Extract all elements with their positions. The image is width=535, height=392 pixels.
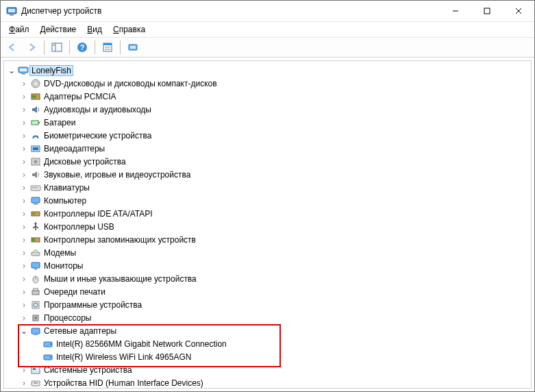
tree-category[interactable]: Адаптеры PCMCIA bbox=[4, 90, 531, 103]
expand-toggle[interactable] bbox=[19, 300, 29, 310]
tree-category[interactable]: Мыши и иные указывающие устройства bbox=[4, 272, 531, 285]
tree-item-label[interactable]: Процессоры bbox=[44, 313, 92, 323]
tree-category[interactable]: Клавиатуры bbox=[4, 181, 531, 194]
expand-toggle[interactable] bbox=[19, 79, 29, 88]
tree-device-network[interactable]: Intel(R) Wireless WiFi Link 4965AGN bbox=[4, 350, 531, 363]
tree-item-label[interactable]: Мыши и иные указывающие устройства bbox=[44, 274, 197, 284]
svg-rect-4 bbox=[484, 8, 490, 14]
expand-toggle[interactable] bbox=[19, 248, 29, 258]
expand-toggle[interactable] bbox=[19, 209, 29, 219]
tree-item-label[interactable]: Звуковые, игровые и видеоустройства bbox=[44, 170, 190, 180]
menu-help[interactable]: Справка bbox=[108, 23, 151, 36]
expand-toggle[interactable] bbox=[19, 365, 29, 375]
tree-category[interactable]: Компьютер bbox=[4, 194, 531, 207]
tree-item-label[interactable]: Видеоадаптеры bbox=[44, 144, 105, 154]
expand-toggle[interactable] bbox=[19, 235, 29, 245]
expand-toggle[interactable] bbox=[19, 144, 29, 154]
expand-toggle[interactable] bbox=[19, 287, 29, 297]
expand-toggle[interactable] bbox=[19, 313, 29, 323]
tree-wrap: LonelyFish DVD-дисководы и дисководы ком… bbox=[1, 58, 534, 391]
properties-button[interactable] bbox=[99, 38, 116, 56]
modem-icon bbox=[30, 247, 41, 258]
minimize-button[interactable] bbox=[440, 1, 471, 21]
expand-toggle[interactable] bbox=[19, 118, 29, 127]
tree-item-label[interactable]: Батареи bbox=[44, 118, 75, 127]
tree-item-label[interactable]: Модемы bbox=[44, 248, 76, 258]
expand-toggle[interactable] bbox=[19, 170, 29, 180]
tree-category[interactable]: Системные устройства bbox=[4, 363, 531, 376]
svg-text:?: ? bbox=[80, 43, 85, 51]
tree-category[interactable]: Контроллеры запоминающих устройств bbox=[4, 233, 531, 246]
expand-toggle[interactable] bbox=[19, 157, 29, 167]
tree-item-label[interactable]: Сетевые адаптеры bbox=[44, 326, 116, 336]
tree-item-label[interactable]: DVD-дисководы и дисководы компакт-дисков bbox=[44, 79, 217, 88]
scan-hardware-button[interactable] bbox=[124, 38, 142, 56]
menu-file[interactable]: Файл bbox=[3, 23, 35, 36]
tree-item-label[interactable]: Intel(R) 82566MM Gigabit Network Connect… bbox=[56, 339, 227, 349]
expand-toggle[interactable] bbox=[19, 274, 29, 284]
tree-item-label[interactable]: Мониторы bbox=[44, 261, 83, 271]
tree-item-label[interactable]: Клавиатуры bbox=[44, 183, 90, 193]
tree-category[interactable]: Биометрические устройства bbox=[4, 129, 531, 142]
tree-item-label[interactable]: Контроллеры USB bbox=[44, 222, 114, 232]
software-icon bbox=[30, 299, 41, 310]
expand-toggle[interactable] bbox=[19, 326, 29, 336]
expand-toggle[interactable] bbox=[19, 131, 29, 140]
expand-toggle[interactable] bbox=[7, 66, 16, 75]
tree-category-network[interactable]: Сетевые адаптеры bbox=[4, 324, 531, 337]
tree-category[interactable]: Контроллеры USB bbox=[4, 220, 531, 233]
tree-category[interactable]: Аудиовходы и аудиовыходы bbox=[4, 103, 531, 116]
expand-toggle[interactable] bbox=[19, 183, 29, 193]
maximize-button[interactable] bbox=[471, 1, 503, 21]
tree-device-network[interactable]: Intel(R) 82566MM Gigabit Network Connect… bbox=[4, 337, 531, 350]
tree-category[interactable]: Процессоры bbox=[4, 311, 531, 324]
back-button[interactable] bbox=[3, 38, 21, 56]
netcard-icon bbox=[42, 352, 53, 363]
tree-item-label[interactable]: Дисковые устройства bbox=[44, 157, 126, 167]
tree-category[interactable]: Модемы bbox=[4, 246, 531, 259]
tree-item-label[interactable]: Программные устройства bbox=[44, 300, 142, 310]
tree-category[interactable]: Дисковые устройства bbox=[4, 155, 531, 168]
tree-item-label[interactable]: Intel(R) Wireless WiFi Link 4965AGN bbox=[56, 352, 191, 362]
tree-root-label[interactable]: LonelyFish bbox=[29, 65, 73, 76]
tree-category[interactable]: Программные устройства bbox=[4, 298, 531, 311]
expand-toggle[interactable] bbox=[19, 196, 29, 206]
tree-category[interactable]: Видеоадаптеры bbox=[4, 142, 531, 155]
menu-action[interactable]: Действие bbox=[35, 23, 82, 36]
expand-toggle[interactable] bbox=[19, 222, 29, 232]
hid-icon bbox=[30, 378, 41, 389]
tree-category[interactable]: Контроллеры IDE ATA/ATAPI bbox=[4, 207, 531, 220]
help-button[interactable]: ? bbox=[73, 38, 91, 56]
expand-toggle[interactable] bbox=[19, 105, 29, 114]
tree-item-label[interactable]: Контроллеры IDE ATA/ATAPI bbox=[44, 209, 153, 219]
printer-icon bbox=[30, 286, 41, 297]
device-tree[interactable]: LonelyFish DVD-дисководы и дисководы ком… bbox=[3, 60, 532, 389]
disk-icon bbox=[30, 156, 41, 167]
expand-toggle[interactable] bbox=[19, 261, 29, 271]
tree-category[interactable]: DVD-дисководы и дисководы компакт-дисков bbox=[4, 77, 531, 90]
tree-item-label[interactable]: Компьютер bbox=[44, 196, 86, 206]
tree-item-label[interactable]: Биометрические устройства bbox=[44, 131, 151, 140]
tree-category[interactable]: Звуковые, игровые и видеоустройства bbox=[4, 168, 531, 181]
sound-icon bbox=[30, 169, 41, 180]
tree-item-label[interactable]: Адаптеры PCMCIA bbox=[44, 92, 116, 101]
svg-rect-66 bbox=[34, 382, 38, 384]
tree-category[interactable]: Мониторы bbox=[4, 259, 531, 272]
tree-category[interactable]: Устройства HID (Human Interface Devices) bbox=[4, 376, 531, 389]
show-hide-tree-button[interactable] bbox=[48, 38, 66, 56]
expand-toggle[interactable] bbox=[19, 378, 29, 388]
close-button[interactable] bbox=[503, 1, 534, 21]
tree-item-label[interactable]: Аудиовходы и аудиовыходы bbox=[44, 105, 151, 114]
tree-category[interactable]: Батареи bbox=[4, 116, 531, 129]
expand-toggle[interactable] bbox=[19, 92, 29, 101]
tree-item-label[interactable]: Устройства HID (Human Interface Devices) bbox=[44, 378, 203, 388]
svg-rect-46 bbox=[32, 252, 40, 256]
forward-button[interactable] bbox=[23, 38, 40, 56]
tree-item-label[interactable]: Контроллеры запоминающих устройств bbox=[44, 235, 196, 245]
tree-category[interactable]: Очереди печати bbox=[4, 285, 531, 298]
menu-view[interactable]: Вид bbox=[82, 23, 108, 36]
keyboard-icon bbox=[30, 182, 41, 193]
tree-item-label[interactable]: Системные устройства bbox=[44, 365, 132, 375]
tree-item-label[interactable]: Очереди печати bbox=[44, 287, 105, 297]
tree-root[interactable]: LonelyFish bbox=[4, 64, 531, 77]
